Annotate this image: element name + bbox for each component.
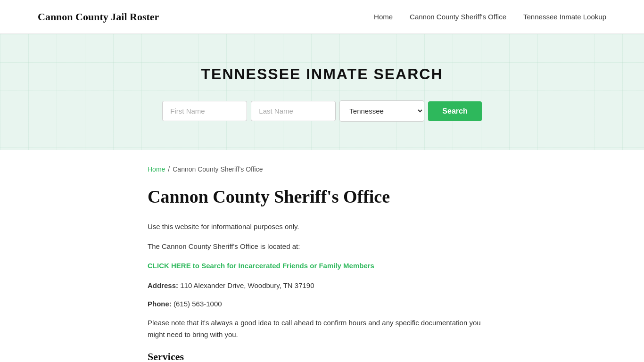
site-header: Cannon County Jail Roster Home Cannon Co… [0,0,644,34]
nav-inmate-lookup[interactable]: Tennessee Inmate Lookup [523,11,606,23]
hero-section: TENNESSEE INMATE SEARCH Tennessee Search [0,34,644,150]
nav-sheriffs-office[interactable]: Cannon County Sheriff's Office [410,11,506,23]
note-para: Please note that it's always a good idea… [148,317,496,341]
intro-para-1: Use this website for informational purpo… [148,221,496,233]
search-form: Tennessee Search [9,100,635,122]
hero-title: TENNESSEE INMATE SEARCH [9,62,635,86]
last-name-input[interactable] [251,101,336,121]
address-value: 110 Alexander Drive, Woodbury, TN 37190 [180,281,314,289]
state-select[interactable]: Tennessee [339,100,424,122]
breadcrumb-separator: / [168,164,170,174]
search-button[interactable]: Search [428,101,481,121]
phone-line: Phone: (615) 563-1000 [148,298,496,310]
main-content: Home / Cannon County Sheriff's Office Ca… [110,150,534,362]
intro-para-2: The Cannon County Sheriff's Office is lo… [148,240,496,253]
page-title: Cannon County Sheriff's Office [148,186,496,208]
breadcrumb-current: Cannon County Sheriff's Office [173,164,263,174]
breadcrumb: Home / Cannon County Sheriff's Office [148,164,496,174]
first-name-input[interactable] [162,101,247,121]
nav-home[interactable]: Home [374,11,393,23]
phone-label: Phone: [148,300,172,308]
main-nav: Home Cannon County Sheriff's Office Tenn… [374,11,606,23]
address-line: Address: 110 Alexander Drive, Woodbury, … [148,280,496,292]
phone-value: (615) 563-1000 [173,300,222,308]
services-heading: Services [148,348,496,362]
site-logo: Cannon County Jail Roster [38,8,159,25]
breadcrumb-home[interactable]: Home [148,164,165,174]
search-link[interactable]: CLICK HERE to Search for Incarcerated Fr… [148,262,374,270]
address-label: Address: [148,281,178,289]
